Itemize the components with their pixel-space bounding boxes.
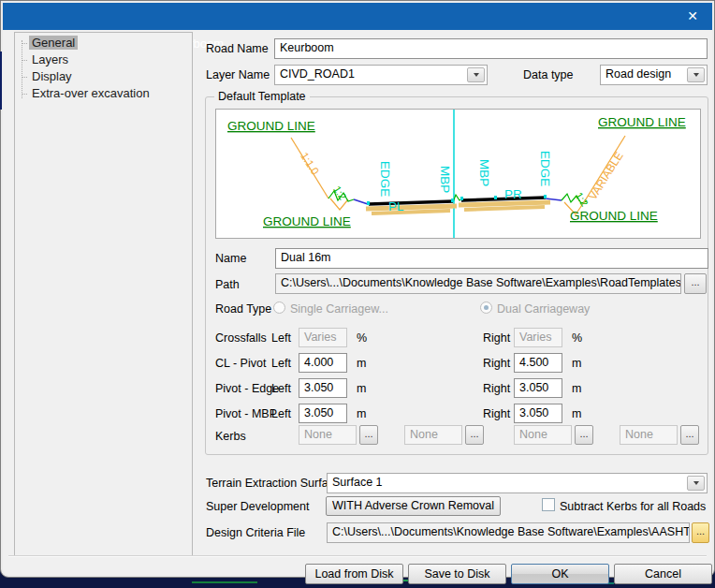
template-preview-canvas: GROUND LINE GROUND LINE GROUND LINE GROU… <box>215 109 701 239</box>
kerb-4-browse-button[interactable]: ... <box>680 425 699 445</box>
metre-unit: m <box>572 407 581 420</box>
load-from-disk-button[interactable]: Load from Disk <box>305 564 403 584</box>
close-icon[interactable]: ✕ <box>679 3 707 30</box>
cl-pivot-left-input[interactable]: 4.000 <box>299 353 347 373</box>
single-carriageway-radio[interactable] <box>273 301 285 314</box>
tree-dash <box>22 43 27 44</box>
left-label: Left <box>271 331 291 345</box>
terrain-surface-value: Surface 1 <box>332 476 383 489</box>
cross-section-diagram: GROUND LINE GROUND LINE GROUND LINE GROU… <box>216 110 700 238</box>
kerb-2-browse-button[interactable]: ... <box>465 425 484 445</box>
slope-label-left-outer: 1:1.0 <box>299 151 321 177</box>
template-path-label: Path <box>215 278 240 291</box>
cl-pivot-right-input[interactable]: 4.500 <box>514 353 562 373</box>
adverse-crown-removal-button[interactable]: WITH Adverse Crown Removal <box>326 496 501 516</box>
pivot-mbp-left-input[interactable]: 3.050 <box>299 404 347 423</box>
kerb-3-browse-button[interactable]: ... <box>575 425 593 445</box>
metre-unit: m <box>357 407 366 420</box>
sidebar-item-label[interactable]: Display <box>29 69 75 83</box>
design-criteria-label: Design Criteria File <box>206 526 305 539</box>
pivot-edge-label: Pivot - Edge <box>215 382 279 395</box>
sidebar-item-general[interactable]: General <box>22 36 78 51</box>
kerb-2-field[interactable]: None <box>404 425 462 445</box>
chevron-down-icon[interactable] <box>687 67 705 82</box>
tree-dash <box>22 60 27 61</box>
sidebar-item-label[interactable]: Extra-over excavation <box>29 86 153 100</box>
edge-label-right: EDGE <box>538 151 552 186</box>
left-label: Left <box>271 357 291 370</box>
single-carriageway-label: Single Carriagew... <box>290 302 388 316</box>
chevron-down-icon[interactable] <box>687 476 705 491</box>
sidebar-item-label[interactable]: General <box>29 36 78 50</box>
road-name-label: Road Name <box>206 42 269 55</box>
tree-dash <box>22 77 27 78</box>
percent-unit: % <box>357 331 367 345</box>
pivot-mbp-right-input[interactable]: 3.050 <box>514 404 562 423</box>
chevron-down-icon[interactable] <box>467 67 485 82</box>
template-name-label: Name <box>215 252 246 265</box>
background-artifact <box>192 581 257 583</box>
mbp-label-left: MBP <box>438 166 452 193</box>
slope-label-left-inner: 1:2 <box>331 184 348 201</box>
metre-unit: m <box>357 382 366 395</box>
tree-dash <box>22 94 27 95</box>
mbp-label-right: MBP <box>477 159 491 186</box>
terrain-surface-label: Terrain Extraction Surface <box>206 477 341 490</box>
ground-line-label-top-right: GROUND LINE <box>598 115 686 129</box>
layer-name-label: Layer Name <box>206 68 270 81</box>
slope-label-variable: VARIABLE <box>586 150 626 202</box>
left-label: Left <box>271 382 291 395</box>
subtract-kerbs-label: Subtract Kerbs for all Roads <box>560 500 706 513</box>
crossfalls-left-input[interactable]: Varies <box>299 328 347 347</box>
metre-unit: m <box>572 357 581 370</box>
road-name-input[interactable]: Keurboom <box>274 38 708 59</box>
metre-unit: m <box>357 357 366 370</box>
design-criteria-browse-button[interactable]: ... <box>692 522 709 543</box>
sidebar-item-layers[interactable]: Layers <box>22 52 71 68</box>
ground-line-label-top-left: GROUND LINE <box>227 119 315 133</box>
ground-line-label-bottom-right: GROUND LINE <box>570 209 658 223</box>
road-control-panel-dialog: Road Control Panel: 01 Keurboom ✕ Genera… <box>0 0 715 578</box>
dual-carriageway-radio[interactable] <box>480 301 492 314</box>
pr-label: PR <box>504 187 522 201</box>
right-label: Right <box>483 357 510 370</box>
road-type-label: Road Type <box>215 302 271 316</box>
title-bar[interactable]: Road Control Panel: 01 Keurboom ✕ <box>3 3 712 30</box>
percent-unit: % <box>572 331 582 345</box>
pivot-mbp-label: Pivot - MBP <box>215 407 277 420</box>
ok-button[interactable]: OK <box>511 564 609 584</box>
terrain-surface-select[interactable]: Surface 1 <box>327 473 708 493</box>
right-label: Right <box>483 407 510 420</box>
kerbs-label: Kerbs <box>215 430 246 443</box>
cancel-button[interactable]: Cancel <box>614 564 712 584</box>
pivot-edge-left-input[interactable]: 3.050 <box>299 378 347 398</box>
super-development-label: Super Development <box>206 500 309 513</box>
kerb-4-field[interactable]: None <box>620 425 678 445</box>
crossfalls-right-input[interactable]: Varies <box>514 328 562 347</box>
footer-separator <box>8 555 707 557</box>
data-type-select[interactable]: Road design <box>600 65 708 85</box>
template-name-input[interactable]: Dual 16m <box>275 248 708 269</box>
kerb-1-field[interactable]: None <box>299 425 357 445</box>
save-to-disk-button[interactable]: Save to Disk <box>408 564 506 584</box>
default-template-group-title: Default Template <box>214 90 310 103</box>
sidebar-item-label[interactable]: Layers <box>29 52 71 66</box>
crossfalls-label: Crossfalls <box>215 331 267 345</box>
subtract-kerbs-checkbox[interactable] <box>542 498 555 511</box>
sidebar-tree: General Layers Display Extra-over excava… <box>14 32 193 556</box>
kerb-1-browse-button[interactable]: ... <box>359 425 378 445</box>
sidebar-item-display[interactable]: Display <box>22 69 75 85</box>
left-label: Left <box>271 407 291 420</box>
pivot-edge-right-input[interactable]: 3.050 <box>514 378 562 398</box>
default-template-group: Default Template <box>205 96 708 455</box>
metre-unit: m <box>572 382 581 395</box>
edge-label-left: EDGE <box>378 161 392 197</box>
kerb-3-field[interactable]: None <box>514 425 572 445</box>
background-artifact <box>0 51 2 110</box>
sidebar-item-extra-over-excavation[interactable]: Extra-over excavation <box>22 86 153 102</box>
right-label: Right <box>483 382 510 395</box>
path-browse-button[interactable]: ... <box>684 273 707 294</box>
template-path-field[interactable]: C:\Users\...\Documents\Knowledge Base So… <box>275 273 681 294</box>
layer-name-select[interactable]: CIVD_ROAD1 <box>274 65 488 85</box>
design-criteria-field[interactable]: C:\Users\...\Documents\Knowledge Base So… <box>327 522 690 543</box>
